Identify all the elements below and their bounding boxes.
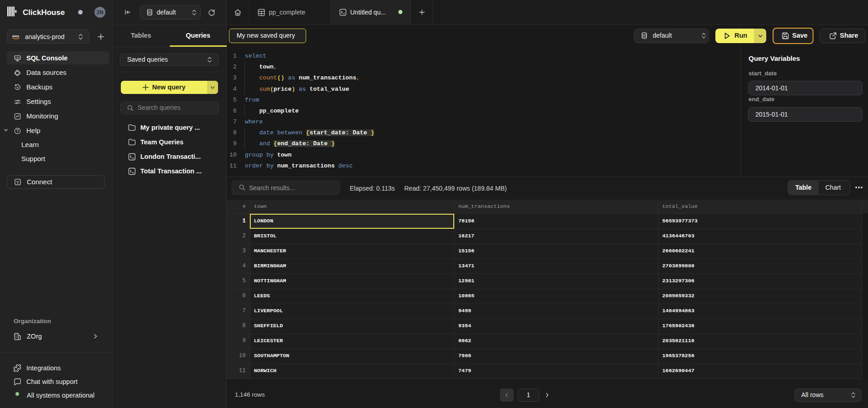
svg-text:aws: aws — [12, 34, 20, 38]
